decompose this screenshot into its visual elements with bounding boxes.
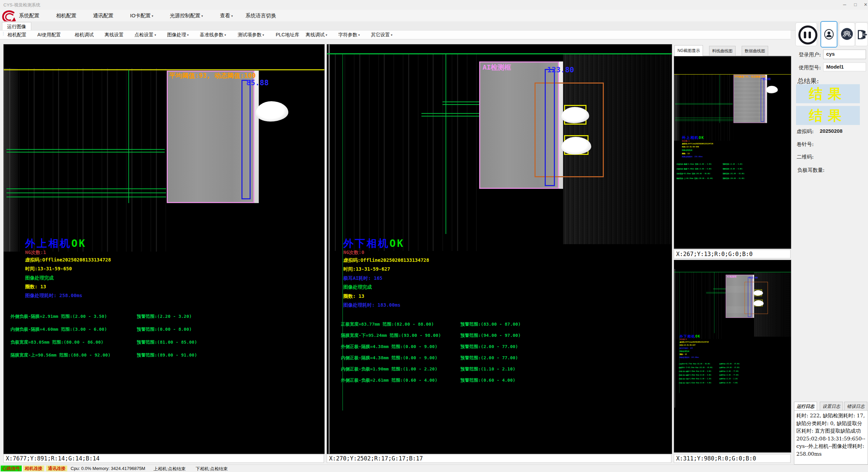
tool-baseline-params[interactable]: 基准线参数▾	[200, 32, 226, 38]
measurement-row: 隔膜宽度-上=90.56mm 范围:(88.00 - 92.00)预警范围:(8…	[674, 177, 791, 180]
function-toolbar: ⋮ 相机配置 AI使用配置 相机调试 离线设置 点检设置▾ 图像处理▾ 基准线参…	[0, 30, 791, 39]
tool-ai-config[interactable]: AI使用配置	[37, 32, 61, 38]
tool-camera-debug[interactable]: 相机调试	[75, 32, 94, 38]
threshold-overlay-text: 平均阈值:93, 动态阈值:100	[735, 75, 766, 78]
menu-io-card-config[interactable]: IO卡配置▾	[130, 13, 153, 19]
chevron-down-icon: ▾	[201, 14, 203, 18]
tab-blob	[561, 137, 591, 155]
tool-camera-config[interactable]: 相机配置	[7, 32, 26, 38]
left-camera-image: 平均阈值:93, 动态阈值:100 85.88 外上相机OK NG次数:1 虚拟…	[674, 65, 791, 214]
turn-count: 圈数: 13	[682, 152, 689, 155]
model-value[interactable]: Model1	[823, 62, 866, 71]
gauge-line	[675, 119, 733, 120]
measurement-row: 内侧正极-隔膜=4.38mm 范围:(0.00 - 9.00)预警范围:(2.0…	[327, 355, 672, 361]
chevron-down-icon: ▾	[231, 14, 233, 18]
chevron-down-icon: ▾	[391, 33, 393, 37]
measurement-row: 隔膜宽度-下=95.24mm 范围:(93.00 - 98.00)预警范围:(9…	[674, 366, 791, 368]
measurement-row: 正极宽度=83.77mm 范围:(82.00 - 88.00)预警范围:(83.…	[674, 363, 791, 365]
right-camera-image: AI检测框 123.80 外下相机OK NG次数:0 虚拟码:Offline20…	[674, 269, 791, 407]
tab-ng-snapshot[interactable]: NG截图显示	[674, 45, 703, 56]
mini1-cursor-coords: X:267;Y:13;R:0;G:0;B:0	[674, 250, 791, 258]
exit-button[interactable]	[855, 22, 868, 46]
title-bar: CYS-视觉检测系统 ─ □ ✕	[0, 0, 868, 10]
gauge-line-vertical	[720, 74, 720, 123]
menu-system-config[interactable]: 系统配置	[19, 13, 39, 19]
user-manage-button[interactable]	[839, 22, 855, 46]
gauge-line	[6, 152, 165, 152]
process-elapsed: 图像处理耗时: 183.00ms	[680, 356, 699, 358]
chevron-down-icon: ▾	[358, 33, 360, 37]
toolbar-grip: ⋮	[1, 31, 5, 36]
tool-image-process[interactable]: 图像处理▾	[167, 32, 189, 38]
gauge-line-vertical	[128, 70, 129, 203]
tab-run-log[interactable]: 运行日志	[794, 402, 817, 411]
current-user-button[interactable]	[820, 21, 837, 48]
menu-view[interactable]: 查看▾	[220, 13, 233, 19]
measurement-row: 外侧正极-负极=2.61mm 范围:(0.60 - 4.00)预警范围:(0.6…	[327, 377, 672, 383]
tab-error-log[interactable]: 错误日志	[844, 402, 867, 411]
gauge-line-vertical	[714, 272, 715, 333]
ng-snapshot-lower-image: AI检测框 123.80 外下相机OK NG次数:0 虚拟码:Offline20…	[674, 269, 791, 407]
chevron-down-icon: ▾	[155, 33, 156, 37]
width-value-text: 85.88	[246, 78, 269, 87]
gauge-line	[675, 118, 733, 118]
tab-run-image[interactable]: 运行图像	[2, 22, 31, 31]
chevron-down-icon: ▾	[326, 33, 327, 37]
measurement-row: 内侧正极-负极=1.90mm 范围:(1.00 - 2.20)预警范围:(1.1…	[327, 366, 672, 372]
log-tab-strip: 运行日志 设置日志 错误日志	[794, 402, 868, 411]
menu-camera-config[interactable]: 相机配置	[56, 13, 76, 19]
right-camera-image: AI检测框 123.80 外下相机OK NG次数:0 虚拟码:Offline20…	[327, 44, 672, 454]
close-button[interactable]: ✕	[861, 1, 868, 8]
tab-blob	[256, 101, 288, 122]
upper-camera-status: 上相机:点检结束	[153, 466, 186, 472]
gauge-line	[6, 197, 166, 197]
comm-link-badge: 通讯连接	[46, 466, 67, 471]
tool-spot-check[interactable]: 点检设置▾	[134, 32, 156, 38]
login-user-value[interactable]: cys	[823, 50, 866, 59]
mini2-cursor-coords: X:311;Y:980;R:0;G:0;B:0	[674, 454, 791, 463]
tab-data-curve[interactable]: 数据曲线图	[742, 46, 768, 56]
result-indicator-upper: 结果	[796, 84, 860, 103]
minimize-button[interactable]: ─	[839, 1, 850, 8]
tool-plc-address[interactable]: PLC地址库	[276, 32, 299, 38]
ai-elapsed: 极耳AI耗时: 165	[680, 347, 693, 349]
camera-title: 外下相机OK	[343, 237, 404, 251]
measurement-row: 外侧正极-隔膜=4.38mm 范围:(0.00 - 9.00)预警范围:(2.0…	[674, 370, 791, 373]
tool-offline-debug[interactable]: 离线调试▾	[306, 32, 327, 38]
status-bar: 心跳信号 相机连接 通讯连接 Cpu: 0.0% Memory: 3424.41…	[0, 465, 868, 472]
width-value-text: 85.88	[762, 77, 771, 80]
process-status: 图像处理完成	[25, 275, 54, 281]
lower-camera-status: 下相机:点检结束	[196, 466, 228, 472]
ng-count: NG次数:1	[25, 250, 46, 256]
tab-material-curve[interactable]: 料线曲线图	[709, 46, 736, 56]
pause-button[interactable]	[795, 22, 817, 46]
width-detect-box	[761, 78, 764, 122]
menu-comm-config[interactable]: 通讯配置	[93, 13, 113, 19]
tab-setting-log[interactable]: 设置日志	[820, 402, 843, 411]
ng-count: NG次数:0	[343, 250, 364, 256]
measurement-row: 隔膜宽度-下=95.24mm 范围:(93.00 - 98.00)预警范围:(9…	[327, 332, 672, 339]
measurement-row: 外侧负极-隔膜=2.91mm 范围:(2.00 - 3.50)预警范围:(2.2…	[674, 163, 791, 166]
menu-language-switch[interactable]: 系统语言切换	[246, 13, 276, 19]
maximize-button[interactable]: □	[850, 1, 861, 8]
left-camera-image: 平均阈值:93, 动态阈值:100 85.88 外上相机OK NG次数:1 虚拟…	[4, 44, 324, 454]
virtual-code: 虚拟码:Offline20250208133134728	[343, 257, 429, 264]
tool-test-params[interactable]: 测试项参数▾	[238, 32, 264, 38]
tool-other-settings[interactable]: 其它设置▾	[371, 32, 393, 38]
view-tab-strip: 运行图像	[0, 21, 868, 31]
edge-strip	[254, 71, 259, 203]
width-detect-box	[241, 80, 251, 199]
measurement-row: 外侧正极-负极=2.61mm 范围:(0.60 - 4.00)预警范围:(0.6…	[674, 382, 791, 384]
tab-blob	[754, 290, 763, 295]
ai-elapsed: 极耳AI耗时: 165	[343, 275, 382, 282]
tool-char-params[interactable]: 字符参数▾	[338, 32, 360, 38]
left-camera-view: 平均阈值:93, 动态阈值:100 85.88 外上相机OK NG次数:1 虚拟…	[3, 44, 325, 454]
camera-title: 外上相机OK	[25, 237, 86, 251]
tool-offline-setting[interactable]: 离线设置	[105, 32, 124, 38]
camera-title: 外下相机OK	[680, 334, 700, 339]
turn-count: 圈数: 13	[680, 353, 687, 355]
gauge-line	[6, 188, 166, 189]
menu-light-config[interactable]: 光源控制配置▾	[170, 13, 203, 19]
vcode-value: 20250208	[820, 128, 843, 134]
capture-time: 时间:13-31-59-650	[25, 266, 72, 272]
